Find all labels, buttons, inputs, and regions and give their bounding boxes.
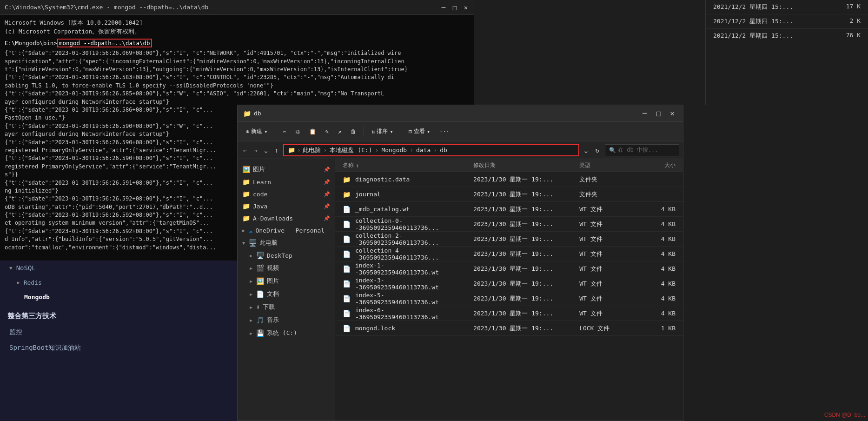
fe-rename-btn[interactable]: ✎ [322, 127, 332, 137]
adownloads-folder-icon: 📁 [242, 214, 250, 222]
nav-springboot[interactable]: SpringBoot知识加油站 [0, 340, 237, 356]
fe-path-dropdown[interactable]: ⌄ [582, 146, 590, 155]
cmd-line-1: Microsoft Windows [版本 10.0.22000.1042] [5, 19, 470, 27]
fe-cut-btn[interactable]: ✂ [279, 127, 290, 137]
fe-paste-btn[interactable]: 📋 [305, 127, 320, 137]
share-icon: ↗ [338, 128, 341, 135]
cmd-line-2: (c) Microsoft Corporation。保留所有权利。 [5, 27, 470, 36]
index5-date: 2023/1/30 星期一 19:... [470, 294, 576, 303]
file-row-collection-0[interactable]: 📄 collection-0--3695092359460113736... 2… [335, 217, 683, 232]
nav-redis[interactable]: ▶ Redis [0, 275, 237, 290]
cmd-minimize-btn[interactable]: ─ [440, 4, 447, 11]
nav-pictures-label: 图片 [253, 165, 265, 174]
collection2-icon: 📄 [343, 235, 351, 243]
nav-video[interactable]: ▶ 🎬 视频 [238, 261, 335, 274]
docs-arrow: ▶ [250, 292, 252, 297]
fe-expand-btn[interactable]: ⌄ [262, 146, 270, 155]
nav-docs[interactable]: ▶ 📄 文档 [238, 287, 335, 301]
file-row-index-3[interactable]: 📄 index-3--3695092359460113736.wt 2023/1… [335, 276, 683, 291]
fe-more-btn[interactable]: ··· [436, 127, 453, 137]
code-folder-icon: 📁 [242, 190, 250, 198]
nav-pictures2[interactable]: ▶ 🖼️ 图片 [238, 274, 335, 287]
fe-main: 🖼️ 图片 📌 📁 Learn 📌 📁 code 📌 📁 Java 📌 📁 [238, 159, 683, 421]
fe-up-btn[interactable]: ↑ [272, 146, 280, 155]
file-row-diagnostic[interactable]: 📁 diagnostic.data 2023/1/30 星期一 19:... 文… [335, 172, 683, 187]
file-row-index-6[interactable]: 📄 index-6--3695092359460113736.wt 2023/1… [335, 306, 683, 321]
index6-size: 4 KB [632, 310, 679, 317]
path-data: data [416, 147, 431, 154]
collection4-size: 4 KB [632, 250, 679, 257]
fe-titlebar: 📁 db ─ □ ✕ [238, 105, 683, 122]
collection0-name: collection-0--3695092359460113736... [355, 217, 466, 231]
fe-new-arrow: ▾ [264, 128, 267, 135]
nav-sysc-label: 系统 (C:) [267, 329, 297, 337]
nav-music[interactable]: ▶ 🎵 音乐 [238, 314, 335, 327]
file-row-index-1[interactable]: 📄 index-1--3695092359460113736.wt 2023/1… [335, 261, 683, 276]
col-name-header[interactable]: 名称 ↑ [339, 161, 470, 169]
fe-new-icon: ⊕ [246, 128, 249, 135]
right-size-1: 17 K [846, 3, 861, 11]
col-date-header: 修改日期 [470, 161, 576, 169]
pictures2-arrow: ▶ [250, 279, 252, 284]
nav-video-label: 视频 [267, 264, 279, 272]
fe-close-btn[interactable]: ✕ [667, 108, 677, 119]
nav-learn[interactable]: 📁 Learn 📌 [238, 176, 335, 188]
pictures2-icon: 🖼️ [256, 277, 264, 285]
diagnostic-type: 文件夹 [576, 175, 632, 184]
fe-back-btn[interactable]: ← [241, 146, 249, 155]
right-panel-row-2: 2021/12/2 星期四 15:... 2 K [706, 14, 868, 29]
fe-filelist: 名称 ↑ 修改日期 类型 大小 📁 diagnostic.data 2023/1… [335, 159, 683, 421]
nav-java[interactable]: 📁 Java 📌 [238, 200, 335, 212]
file-row-mdb-catalog[interactable]: 📄 _mdb_catalog.wt 2023/1/30 星期一 19:... W… [335, 202, 683, 217]
file-row-collection-4[interactable]: 📄 collection-4--3695092359460113736... 2… [335, 247, 683, 261]
fe-sort-btn[interactable]: ⇅ 排序 ▾ [368, 126, 397, 137]
mongod-lock-icon: 📄 [343, 325, 351, 332]
learn-folder-icon: 📁 [242, 178, 250, 186]
right-date-3: 2021/12/2 星期四 15:... [713, 32, 793, 40]
nav-thispc[interactable]: ▼ 🖥️ 此电脑 [238, 236, 335, 249]
fe-delete-btn[interactable]: 🗑 [347, 127, 360, 137]
cmd-close-btn[interactable]: ✕ [462, 4, 470, 11]
right-date-2: 2021/12/2 星期四 15:... [713, 17, 793, 26]
nav-nosql[interactable]: ▼ NoSQL [0, 261, 237, 275]
delete-icon: 🗑 [351, 128, 356, 135]
nav-monitor[interactable]: 监控 [0, 324, 237, 340]
fe-forward-btn[interactable]: → [252, 146, 259, 155]
collection4-name: collection-4--3695092359460113736... [355, 247, 466, 261]
cmd-controls: ─ □ ✕ [440, 4, 470, 11]
fe-title-text: db [254, 110, 261, 117]
file-row-collection-2[interactable]: 📄 collection-2--3695092359460113736... 2… [335, 232, 683, 247]
fe-path-box[interactable]: 📁 › 此电脑 › 本地磁盘 (E:) › Mongodb › data › d… [283, 144, 579, 156]
file-row-journal[interactable]: 📁 journal 2023/1/30 星期一 19:... 文件夹 [335, 187, 683, 202]
music-icon: 🎵 [256, 316, 264, 324]
nav-sysc[interactable]: ▶ 💾 系统 (C:) [238, 327, 335, 340]
fe-view-btn[interactable]: ⊟ 查看 ▾ [405, 126, 434, 137]
nav-pictures[interactable]: 🖼️ 图片 📌 [238, 163, 335, 176]
fe-new-btn[interactable]: ⊕ 新建 ▾ [242, 126, 271, 137]
file-row-index-5[interactable]: 📄 index-5--3695092359460113736.wt 2023/1… [335, 291, 683, 306]
fe-copy-btn[interactable]: ⧉ [292, 127, 304, 137]
fe-search-box[interactable]: 🔍 在 db 中搜... [605, 144, 679, 156]
fe-share-btn[interactable]: ↗ [334, 127, 345, 137]
file-explorer: 📁 db ─ □ ✕ ⊕ 新建 ▾ ✂ ⧉ 📋 ✎ ↗ 🗑 ⇅ 排序 ▾ ⊟ [237, 105, 683, 421]
fe-refresh-btn[interactable]: ↻ [593, 146, 602, 155]
nosql-arrow: ▼ [9, 265, 13, 271]
nav-onedrive[interactable]: ▶ ☁️ OneDrive - Personal [238, 224, 335, 236]
journal-name: journal [355, 191, 381, 198]
fe-sort-label: 排序 [377, 127, 388, 135]
fe-minimize-btn[interactable]: ─ [640, 108, 650, 119]
video-arrow: ▶ [250, 266, 252, 271]
nav-downloads[interactable]: ▶ ⬇️ 下载 [238, 301, 335, 314]
path-pc: 此电脑 [303, 146, 321, 154]
nav-mongodb[interactable]: Mongodb [0, 290, 237, 304]
cmd-command: mongod --dbpath=..\data\db [57, 39, 152, 47]
collection2-type: WT 文件 [576, 235, 632, 243]
nav-desktop[interactable]: ▶ 🖥️ DeskTop [238, 249, 335, 261]
fe-maximize-btn[interactable]: □ [654, 108, 664, 119]
nav-third-party[interactable]: 整合第三方技术 [0, 308, 237, 324]
nav-onedrive-label: OneDrive - Personal [255, 227, 325, 234]
nav-adownloads[interactable]: 📁 A-Downloads 📌 [238, 212, 335, 224]
nav-code[interactable]: 📁 code 📌 [238, 188, 335, 200]
cmd-maximize-btn[interactable]: □ [451, 4, 458, 11]
file-row-mongod-lock[interactable]: 📄 mongod.lock 2023/1/30 星期一 19:... LOCK … [335, 321, 683, 336]
